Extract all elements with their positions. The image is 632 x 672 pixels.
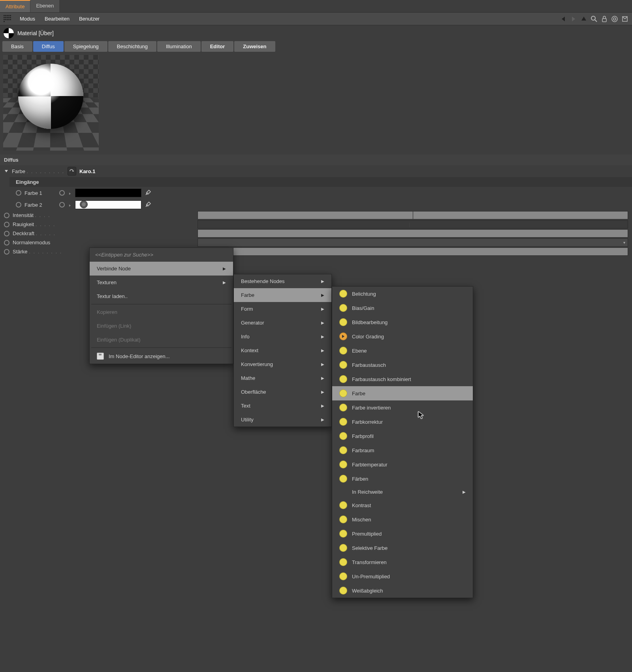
material-channel-tabs: Basis Diffus Spiegelung Beschichtung Ill… xyxy=(0,41,632,54)
prop-deckkraft-row: Deckkraft . . . . . xyxy=(0,229,632,238)
subtab-basis[interactable]: Basis xyxy=(2,41,32,52)
connector-icon[interactable] xyxy=(4,249,9,255)
back-icon[interactable] xyxy=(559,15,567,23)
tab-attribute[interactable]: Attribute xyxy=(0,0,30,12)
subtab-spiegelung[interactable]: Spiegelung xyxy=(64,41,107,52)
ctx3-unpremultiplied[interactable]: Un-Premultiplied xyxy=(332,569,473,583)
ctx3-farbkorrektur[interactable]: Farbkorrektur xyxy=(332,415,473,429)
ctx3-farbe-invertieren[interactable]: Farbe invertieren xyxy=(332,400,473,415)
ctx2-oberflaeche[interactable]: Oberfläche▶ xyxy=(234,385,331,399)
ctx-texturen[interactable]: Texturen▶ xyxy=(90,276,233,289)
tab-layers[interactable]: Ebenen xyxy=(30,0,60,12)
ctx3-weissabgleich[interactable]: Weißabgleich xyxy=(332,583,473,598)
ctx3-farbraum[interactable]: Farbraum xyxy=(332,443,473,457)
subtab-zuweisen[interactable]: Zuweisen xyxy=(234,41,275,52)
subtab-diffus[interactable]: Diffus xyxy=(33,41,64,52)
ctx3-bildbearbeitung[interactable]: Bildbearbeitung xyxy=(332,315,473,329)
connector-icon[interactable] xyxy=(4,240,9,245)
search-icon[interactable] xyxy=(590,15,598,23)
ctx3-belichtung[interactable]: Belichtung xyxy=(332,287,473,301)
subtab-editor[interactable]: Editor xyxy=(201,41,234,52)
farbe-node-name[interactable]: Karo.1 xyxy=(79,168,95,174)
intensitaet-slider[interactable] xyxy=(198,211,628,219)
ctx2-utility[interactable]: Utility▶ xyxy=(234,413,331,427)
chevron-down-icon: ▾ xyxy=(623,240,625,245)
chevron-right-icon: ▶ xyxy=(321,362,324,366)
ctx3-farbaustausch[interactable]: Farbaustausch xyxy=(332,358,473,372)
ctx3-selektive[interactable]: Selektive Farbe xyxy=(332,541,473,555)
chevron-right-icon: ▶ xyxy=(321,417,324,422)
subtab-illumination[interactable]: Illumination xyxy=(157,41,201,52)
ctx-search-input[interactable]: <<Eintippen zur Suche>> xyxy=(90,248,233,262)
ctx3-in-reichweite[interactable]: In Reichweite▶ xyxy=(332,486,473,498)
connector-icon[interactable] xyxy=(4,222,9,227)
up-icon[interactable] xyxy=(580,15,588,23)
eyedropper-icon[interactable] xyxy=(145,189,152,197)
prop-farbe-row: Farbe . . . . . . . . . Karo.1 xyxy=(0,165,632,177)
connector-active-icon[interactable] xyxy=(80,200,88,208)
prop-rauigkeit-row: Rauigkeit . . . . . | xyxy=(0,220,632,229)
ctx3-kontrast[interactable]: Kontrast xyxy=(332,498,473,512)
prop-intensitaet-label: Intensität . . . . xyxy=(13,212,64,218)
menu-modus[interactable]: Modus xyxy=(15,14,40,23)
ctx3-ebene[interactable]: Ebene xyxy=(332,344,473,358)
connector-icon[interactable] xyxy=(4,213,9,218)
rauigkeit-slider[interactable] xyxy=(198,220,628,228)
expand-icon[interactable] xyxy=(4,169,9,174)
ctx2-generator[interactable]: Generator▶ xyxy=(234,316,331,330)
maximize-icon[interactable] xyxy=(621,15,629,23)
preview-thumbnail[interactable] xyxy=(3,55,99,151)
connector-icon[interactable] xyxy=(59,190,65,196)
ctx3-farbprofil[interactable]: Farbprofil xyxy=(332,429,473,443)
ctx3-biasgain[interactable]: Bias/Gain xyxy=(332,301,473,315)
svg-point-3 xyxy=(613,18,616,20)
ctx2-kontext[interactable]: Kontext▶ xyxy=(234,344,331,357)
ctx2-text[interactable]: Text▶ xyxy=(234,399,331,413)
gear-icon[interactable] xyxy=(611,15,619,23)
ctx-textur-laden[interactable]: Textur laden.. xyxy=(90,289,233,303)
ctx2-info[interactable]: Info▶ xyxy=(234,330,331,344)
lock-icon[interactable] xyxy=(600,15,608,23)
ctx3-transformieren[interactable]: Transformieren xyxy=(332,555,473,569)
ctx3-farbaustausch-kombi[interactable]: Farbaustausch kombiniert xyxy=(332,372,473,386)
ctx2-bestehende[interactable]: Bestehende Nodes▶ xyxy=(234,274,331,288)
material-title-row: Material [Über] xyxy=(0,25,632,41)
ctx3-colorgrading[interactable]: Color Grading xyxy=(332,329,473,344)
staerke-slider[interactable] xyxy=(198,247,628,256)
ctx2-mathe[interactable]: Mathe▶ xyxy=(234,371,331,385)
ctx-einfuegen-duplikat: Einfügen (Duplikat) xyxy=(90,333,233,347)
ctx3-mischen[interactable]: Mischen xyxy=(332,512,473,527)
prop-intensitaet-row: Intensität . . . . xyxy=(0,211,632,220)
ctx2-form[interactable]: Form▶ xyxy=(234,302,331,316)
chevron-right-icon[interactable] xyxy=(68,203,72,207)
subtab-beschichtung[interactable]: Beschichtung xyxy=(108,41,156,52)
forward-icon[interactable] xyxy=(570,15,577,23)
grid-icon[interactable] xyxy=(3,15,11,23)
connector-icon[interactable] xyxy=(16,190,21,196)
eyedropper-icon[interactable] xyxy=(145,201,152,209)
color-swatch-1[interactable] xyxy=(75,189,141,197)
connector-icon[interactable] xyxy=(4,231,9,236)
ctx3-premultiplied[interactable]: Premultiplied xyxy=(332,527,473,541)
chevron-right-icon: ▶ xyxy=(321,390,324,394)
ctx3-farbe[interactable]: Farbe xyxy=(332,386,473,400)
deckkraft-slider[interactable] xyxy=(198,229,628,238)
svg-point-4 xyxy=(612,16,617,22)
ctx-verbinde-node[interactable]: Verbinde Node▶ xyxy=(90,262,233,276)
ctx3-faerben[interactable]: Färben xyxy=(332,472,473,486)
link-icon[interactable] xyxy=(68,167,76,176)
separator xyxy=(91,347,231,348)
ctx2-konvertierung[interactable]: Konvertierung▶ xyxy=(234,357,331,371)
material-preview xyxy=(0,54,632,155)
ctx3-farbtemperatur[interactable]: Farbtemperatur xyxy=(332,457,473,472)
ctx2-farbe[interactable]: Farbe▶ xyxy=(234,288,331,302)
ctx-node-editor[interactable]: Im Node-Editor anzeigen... xyxy=(90,349,233,364)
connector-icon[interactable] xyxy=(16,202,21,208)
menu-bearbeiten[interactable]: Bearbeiten xyxy=(40,14,74,23)
normalenmodus-select[interactable]: ▾ xyxy=(198,238,628,247)
connector-icon[interactable] xyxy=(59,202,65,208)
chevron-right-icon: ▶ xyxy=(463,490,466,494)
chevron-right-icon[interactable] xyxy=(68,191,72,195)
material-title: Material [Über] xyxy=(17,30,54,36)
menu-benutzer[interactable]: Benutzer xyxy=(74,14,104,23)
